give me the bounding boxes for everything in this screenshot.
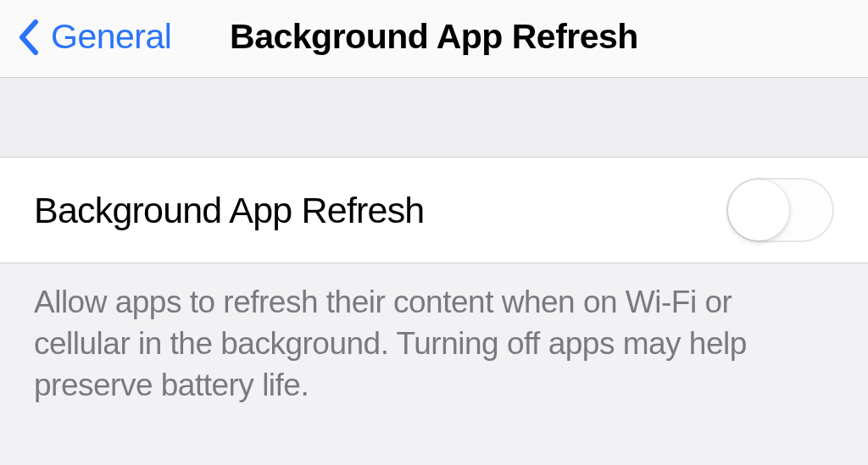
back-button[interactable]: General bbox=[17, 17, 171, 57]
page-title: Background App Refresh bbox=[230, 17, 638, 57]
setting-row-label: Background App Refresh bbox=[34, 190, 424, 231]
background-app-refresh-toggle[interactable] bbox=[726, 178, 834, 242]
toggle-knob bbox=[728, 180, 789, 241]
chevron-left-icon bbox=[17, 19, 42, 56]
setting-description: Allow apps to refresh their content when… bbox=[0, 263, 868, 406]
setting-row: Background App Refresh bbox=[0, 157, 868, 263]
navigation-bar: General Background App Refresh bbox=[0, 0, 868, 78]
back-button-label: General bbox=[51, 17, 171, 57]
section-spacer bbox=[0, 78, 868, 157]
